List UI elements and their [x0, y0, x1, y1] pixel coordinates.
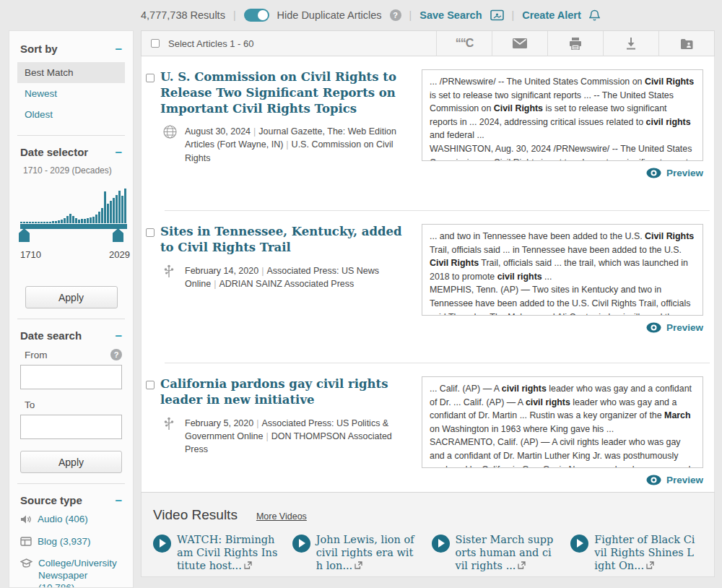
separator: | [512, 9, 515, 21]
video-item-4[interactable]: Fighter of Black Civil Rights Shines Lig… [570, 533, 703, 572]
newswire-icon [163, 417, 178, 456]
histogram-bar [107, 204, 109, 223]
college-newspaper-icon [20, 558, 32, 572]
bell-icon[interactable] [589, 9, 600, 22]
histogram-bar [55, 221, 57, 223]
article-result-3: California pardons gay civil rights lead… [142, 363, 714, 492]
collapse-date-search-icon[interactable]: – [116, 332, 122, 340]
preview-button[interactable]: Preview [422, 322, 703, 333]
select-all-checkbox[interactable] [151, 39, 160, 48]
separator: | [409, 9, 412, 21]
histogram-bar [58, 220, 60, 223]
play-icon [570, 535, 588, 553]
more-videos-link[interactable]: More Videos [256, 511, 307, 522]
histogram-bar [72, 216, 74, 223]
sort-option-newest[interactable]: Newest [17, 83, 125, 104]
date-search-apply-button[interactable]: Apply [20, 451, 122, 473]
histogram-bar [49, 222, 51, 223]
histogram-bar [29, 222, 31, 223]
histogram-bar [116, 195, 118, 223]
email-button[interactable] [492, 31, 547, 56]
date-slider-handle-max[interactable] [113, 228, 123, 242]
source-type-title: Source type [20, 494, 82, 506]
video-results-section: Video Results More Videos WATCH: Birming… [141, 492, 715, 577]
date-slider-labels: 1710 2029 [20, 249, 130, 260]
articles-list: U. S. Commission on Civil Rights to Rele… [141, 56, 715, 492]
save-search-link[interactable]: Save Search [419, 9, 482, 21]
date-range-label: 1710 - 2029 (Decades) [23, 165, 122, 176]
date-selector-header: Date selector – [20, 146, 122, 158]
video-title: John Lewis, lion of civil rights era wit… [316, 534, 414, 571]
article-meta-text: February 14, 2020|Associated Press: US N… [185, 264, 412, 290]
from-label-row: From ? [25, 349, 122, 360]
histogram-bar [78, 220, 80, 223]
source-type-label: College/University Newspaper (10,786) [38, 558, 122, 588]
histogram-bar [92, 217, 95, 223]
print-icon [569, 38, 582, 50]
date-slider-handle-min[interactable] [19, 228, 30, 242]
date-from-input[interactable] [20, 365, 122, 389]
date-selector-title: Date selector [20, 146, 88, 158]
video-item-2[interactable]: John Lewis, lion of civil rights era wit… [292, 533, 425, 572]
print-button[interactable] [547, 31, 603, 56]
save-search-icon[interactable] [490, 9, 504, 21]
source-type-audio[interactable]: Audio (406) [20, 514, 122, 528]
article-info: California pardons gay civil rights lead… [160, 376, 422, 492]
preview-button[interactable]: Preview [422, 168, 703, 178]
video-title: Sister March supports human and civil ri… [456, 534, 554, 571]
help-icon[interactable]: ? [390, 9, 401, 21]
article-snippet[interactable]: ... /PRNewswire/ -- The United States Co… [422, 69, 703, 161]
article-title-link[interactable]: California pardons gay civil rights lead… [160, 376, 412, 408]
from-label: From [25, 350, 48, 360]
article-checkbox[interactable] [146, 74, 155, 82]
date-histogram: 1710 2029 [20, 187, 122, 260]
external-link-icon [355, 561, 362, 569]
histogram-bar [90, 217, 92, 223]
collapse-date-selector-icon[interactable]: – [116, 149, 122, 156]
filters-sidebar: Sort by – Best Match Newest Oldest Date … [9, 30, 134, 588]
preview-label: Preview [666, 475, 703, 485]
date-selector-apply-button[interactable]: Apply [25, 286, 118, 308]
preview-button[interactable]: Preview [422, 475, 703, 485]
hide-duplicates-toggle[interactable] [244, 9, 269, 22]
cite-button[interactable]: ““C [436, 31, 492, 56]
play-icon [153, 535, 171, 553]
histogram-bar [84, 219, 86, 223]
download-button[interactable] [603, 31, 658, 56]
histogram-bars [20, 187, 127, 223]
video-item-3[interactable]: Sister March supports human and civil ri… [432, 533, 564, 572]
source-type-college-newspaper[interactable]: College/University Newspaper (10,786) [20, 558, 122, 588]
sort-option-oldest[interactable]: Oldest [17, 104, 125, 125]
date-to-input[interactable] [20, 415, 122, 439]
histogram-bar [64, 218, 66, 223]
collapse-sort-icon[interactable]: – [116, 46, 122, 53]
search-results-page: 4,777,738 Results | Hide Duplicate Artic… [0, 0, 722, 588]
sort-option-best-match[interactable]: Best Match [17, 62, 125, 83]
preview-label: Preview [666, 322, 703, 333]
histogram-bar [35, 222, 37, 223]
date-search-title: Date search [20, 329, 82, 342]
audio-icon [20, 514, 32, 528]
histogram-bar [98, 212, 100, 223]
email-icon [513, 38, 527, 48]
article-snippet[interactable]: ... and two in Tennessee have been added… [422, 224, 703, 316]
histogram-bar [95, 215, 97, 223]
divider [17, 135, 125, 136]
article-title-link[interactable]: U. S. Commission on Civil Rights to Rele… [160, 69, 412, 116]
play-icon [292, 535, 310, 553]
video-item-1[interactable]: WATCH: Birmingham Civil Rights Institute… [153, 533, 285, 572]
histogram-bar [124, 189, 126, 223]
article-snippet[interactable]: ... Calif. (AP) — A civil rights leader … [422, 376, 703, 468]
play-icon [432, 535, 450, 553]
create-alert-link[interactable]: Create Alert [522, 9, 581, 21]
article-checkbox[interactable] [146, 381, 155, 389]
save-to-folder-button[interactable] [658, 31, 714, 56]
article-title-link[interactable]: Sites in Tennessee, Kentucky, added to C… [160, 224, 412, 256]
source-type-blog[interactable]: Blog (3,937) [20, 536, 122, 550]
histogram-bar [20, 222, 22, 223]
date-help-icon[interactable]: ? [110, 349, 122, 360]
date-slider-track[interactable] [20, 224, 127, 229]
article-checkbox[interactable] [146, 228, 155, 237]
collapse-source-type-icon[interactable]: – [116, 497, 122, 504]
video-results-row: WATCH: Birmingham Civil Rights Institute… [153, 533, 703, 572]
